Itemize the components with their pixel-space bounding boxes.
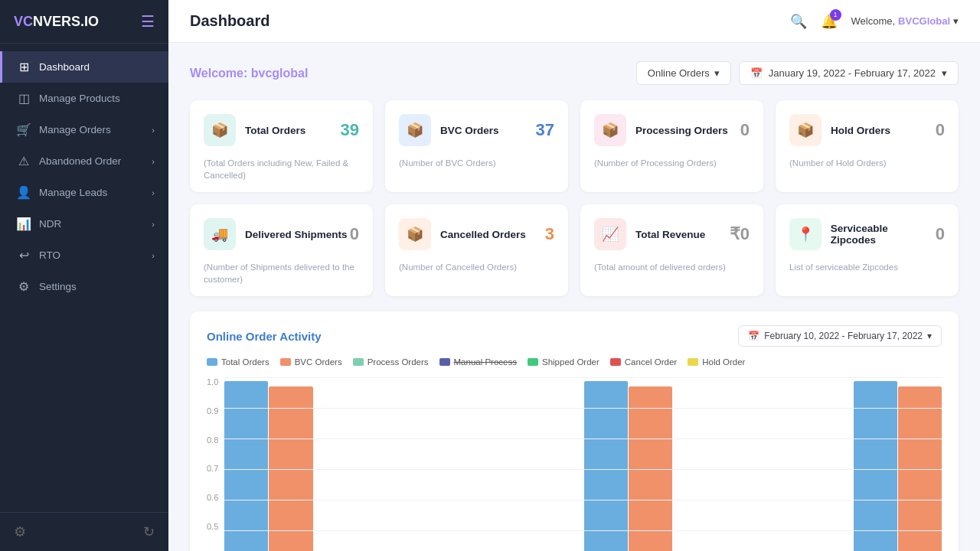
processing-orders-desc: (Number of Processing Orders) — [594, 157, 750, 169]
sidebar-item-settings[interactable]: ⚙ Settings — [0, 271, 168, 302]
page-title: Dashboard — [190, 12, 270, 30]
box-icon: 📦 — [407, 122, 423, 139]
box-icon: 📦 — [211, 122, 228, 139]
order-type-dropdown[interactable]: Online Orders ▾ — [636, 61, 731, 85]
chevron-right-icon: › — [152, 188, 155, 197]
legend-color-hold-order — [688, 358, 698, 366]
sidebar-item-manage-orders[interactable]: 🛒 Manage Orders › — [0, 114, 168, 145]
sidebar-item-label: Manage Orders — [39, 124, 111, 135]
y-label: 0.6 — [207, 493, 218, 502]
bar-group-5 — [584, 377, 672, 551]
sidebar-item-manage-products[interactable]: ◫ Manage Products — [0, 83, 168, 114]
user-welcome: Welcome, BVCGlobal ▾ — [851, 15, 959, 27]
legend-bvc-orders: BVC Orders — [280, 357, 342, 367]
delivered-value: 0 — [350, 224, 359, 244]
refresh-icon[interactable]: ↻ — [143, 523, 155, 540]
legend-label-process-orders: Process Orders — [368, 357, 429, 367]
legend-hold-order: Hold Order — [688, 357, 745, 367]
bar-bvc-orders-1 — [269, 386, 312, 551]
sidebar-item-abandoned-order[interactable]: ⚠ Abandoned Order › — [0, 145, 168, 177]
bar-group-2 — [315, 377, 403, 551]
sidebar-item-label: Abandoned Order — [39, 155, 121, 167]
welcome-bar-text: Welcome: bvcglobal — [190, 67, 308, 80]
notification-badge: 1 — [830, 9, 841, 21]
chevron-right-icon: › — [152, 157, 155, 166]
stat-card-hold-orders: 📦 Hold Orders 0 (Number of Hold Orders) — [776, 100, 959, 192]
dashboard-icon: ⊞ — [16, 60, 31, 74]
settings-icon: ⚙ — [16, 279, 31, 294]
pin-icon: 📍 — [797, 226, 814, 243]
legend-color-total-orders — [207, 358, 217, 366]
y-label: 0.8 — [207, 435, 218, 445]
date-range-chevron-icon: ▾ — [942, 67, 947, 79]
bar-group-6 — [674, 377, 762, 551]
bar-group-1 — [224, 377, 312, 551]
sidebar-item-label: RTO — [39, 249, 60, 261]
legend-color-process-orders — [353, 358, 364, 366]
legend-label-cancel-order: Cancel Order — [625, 357, 677, 367]
sidebar-item-manage-leads[interactable]: 👤 Manage Leads › — [0, 177, 168, 208]
chart-legend: Total Orders BVC Orders Process Orders M… — [207, 357, 942, 367]
bvc-orders-title: BVC Orders — [440, 125, 499, 136]
sidebar-bottom: ⚙ ↻ — [0, 512, 168, 551]
hold-orders-value: 0 — [936, 120, 945, 140]
stat-card-cancelled-orders: 📦 Cancelled Orders 3 (Number of Cancelle… — [385, 204, 568, 296]
revenue-title: Total Revenue — [635, 229, 705, 240]
legend-label-bvc-orders: BVC Orders — [295, 357, 342, 367]
legend-label-hold-order: Hold Order — [702, 357, 745, 367]
user-dropdown-chevron[interactable]: ▾ — [953, 15, 959, 27]
legend-color-shipped-order — [528, 358, 538, 366]
welcome-prefix-text: Welcome: — [190, 67, 247, 80]
bvc-orders-icon-wrap: 📦 — [399, 114, 431, 146]
box-icon: 📦 — [602, 122, 619, 139]
bvc-orders-value: 37 — [536, 120, 554, 140]
rto-icon: ↩ — [16, 248, 31, 262]
ndr-icon: 📊 — [16, 217, 31, 231]
legend-shipped-order: Shipped Order — [528, 357, 599, 367]
dropdown-label: Online Orders — [648, 67, 710, 79]
welcome-username: bvcglobal — [251, 67, 309, 80]
sidebar-item-dashboard[interactable]: ⊞ Dashboard — [0, 51, 168, 83]
sidebar-item-label: Settings — [39, 281, 77, 292]
bar-total-orders-1 — [224, 381, 268, 551]
sidebar-item-rto[interactable]: ↩ RTO › — [0, 240, 168, 271]
chart-title: Online Order Activity — [207, 330, 321, 343]
bar-group-3 — [404, 377, 492, 551]
box-icon: 📦 — [407, 226, 423, 243]
notification-bell[interactable]: 🔔 1 — [821, 13, 838, 30]
sidebar-item-label: Manage Products — [39, 93, 120, 104]
delivered-icon-wrap: 🚚 — [204, 218, 236, 250]
y-axis: 1.0 0.9 0.8 0.7 0.6 0.5 0.4 — [207, 377, 218, 551]
sidebar-logo: VCNVERS.IO ☰ — [0, 0, 168, 44]
y-label: 0.7 — [207, 464, 218, 473]
logo-text: VCNVERS.IO — [14, 14, 99, 30]
zipcode-desc: List of serviceable Zipcodes — [789, 261, 945, 273]
dropdown-chevron-icon: ▾ — [714, 67, 720, 79]
chart-date-dropdown[interactable]: 📅 February 10, 2022 - February 17, 2022 … — [738, 325, 942, 347]
hold-orders-icon-wrap: 📦 — [789, 114, 822, 146]
cancelled-icon-wrap: 📦 — [399, 218, 431, 250]
sidebar: VCNVERS.IO ☰ ⊞ Dashboard ◫ Manage Produc… — [0, 0, 168, 551]
date-range-display[interactable]: 📅 January 19, 2022 - February 17, 2022 ▾ — [739, 61, 959, 85]
truck-icon: 🚚 — [211, 226, 228, 243]
cancelled-value: 3 — [545, 224, 554, 244]
bar-group-8 — [854, 377, 942, 551]
welcome-prefix: Welcome, — [851, 15, 896, 27]
legend-color-bvc-orders — [280, 358, 291, 366]
stat-cards-grid: 📦 Total Orders 39 (Total Orders includin… — [190, 100, 959, 296]
main-content: Dashboard 🔍 🔔 1 Welcome, BVCGlobal ▾ Wel… — [168, 0, 980, 551]
delivered-title: Delivered Shipments — [245, 229, 348, 240]
hamburger-icon[interactable]: ☰ — [141, 12, 155, 31]
y-label: 1.0 — [207, 377, 218, 386]
hold-orders-desc: (Number of Hold Orders) — [789, 157, 945, 169]
topbar: Dashboard 🔍 🔔 1 Welcome, BVCGlobal ▾ — [168, 0, 980, 43]
search-icon[interactable]: 🔍 — [790, 13, 807, 30]
settings-bottom-icon[interactable]: ⚙ — [14, 523, 26, 540]
revenue-desc: (Total amount of delivered orders) — [594, 261, 750, 273]
chevron-right-icon: › — [152, 220, 155, 229]
zipcode-title: Serviceable Zipcodes — [831, 223, 936, 246]
stat-card-delivered-shipments: 🚚 Delivered Shipments 0 (Number of Shipm… — [190, 204, 373, 296]
revenue-icon-wrap: 📈 — [594, 218, 626, 250]
stat-card-serviceable-zipcodes: 📍 Serviceable Zipcodes 0 List of service… — [776, 204, 959, 296]
sidebar-item-ndr[interactable]: 📊 NDR › — [0, 208, 168, 240]
